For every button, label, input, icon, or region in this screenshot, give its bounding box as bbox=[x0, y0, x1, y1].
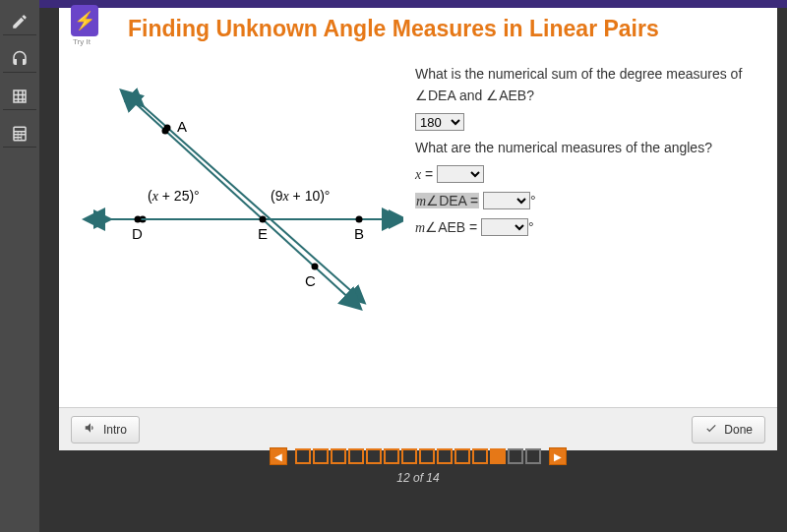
nav-page-14[interactable] bbox=[525, 448, 541, 464]
done-label: Done bbox=[724, 423, 753, 437]
speaker-icon bbox=[84, 421, 97, 438]
question1-text: What is the numerical sum of the degree … bbox=[415, 63, 767, 107]
svg-point-34 bbox=[162, 128, 169, 135]
question2-text: What are the numerical measures of the a… bbox=[415, 137, 767, 158]
nav-next-button[interactable]: ▶ bbox=[549, 447, 567, 465]
nav-page-8[interactable] bbox=[419, 448, 435, 464]
calculator-tool-icon[interactable] bbox=[3, 120, 36, 148]
deg1: ° bbox=[530, 193, 536, 208]
footer-nav: ◀ ▶ 12 of 14 bbox=[59, 447, 777, 485]
check-icon bbox=[704, 421, 718, 438]
deg2: ° bbox=[528, 219, 534, 235]
nav-page-12[interactable] bbox=[490, 448, 506, 464]
page-title: Finding Unknown Angle Measures in Linear… bbox=[128, 16, 659, 42]
nav-page-5[interactable] bbox=[366, 448, 382, 464]
nav-page-7[interactable] bbox=[401, 448, 417, 464]
nav-page-1[interactable] bbox=[295, 448, 311, 464]
done-button[interactable]: Done bbox=[692, 416, 765, 443]
x-equals-label: x bbox=[415, 167, 421, 182]
nav-page-13[interactable] bbox=[508, 448, 523, 464]
nav-page-11[interactable] bbox=[472, 448, 488, 464]
point-label-A: A bbox=[177, 118, 187, 135]
point-label-B: B bbox=[354, 225, 364, 242]
nav-row: ◀ ▶ bbox=[59, 447, 777, 465]
point-label-C: C bbox=[305, 272, 316, 289]
intro-button[interactable]: Intro bbox=[71, 416, 140, 443]
page-indicator: 12 of 14 bbox=[59, 471, 777, 485]
svg-point-38 bbox=[312, 264, 319, 270]
point-label-E: E bbox=[258, 225, 268, 242]
bottom-bar: Intro Done bbox=[59, 407, 777, 450]
dea-select[interactable] bbox=[483, 192, 530, 209]
point-label-D: D bbox=[132, 225, 143, 242]
pencil-tool-icon[interactable] bbox=[3, 8, 36, 35]
top-purple-strip bbox=[39, 0, 787, 8]
grid-tool-icon[interactable] bbox=[3, 83, 36, 110]
aeb-select[interactable] bbox=[481, 218, 528, 236]
tryit-label: Try It bbox=[73, 37, 91, 46]
x-select[interactable] bbox=[437, 165, 484, 183]
maeb-label: m∠AEB = bbox=[415, 219, 477, 235]
nav-page-9[interactable] bbox=[437, 448, 453, 464]
diagram-panel: A D E B C (x + 25)° (9x + 10)° bbox=[59, 57, 413, 411]
nav-page-6[interactable] bbox=[384, 448, 399, 464]
question-panel: What is the numerical sum of the degree … bbox=[413, 57, 777, 411]
intro-label: Intro bbox=[103, 423, 127, 437]
nav-prev-button[interactable]: ◀ bbox=[270, 447, 287, 465]
svg-point-37 bbox=[356, 216, 363, 223]
content-area: ⚡ Try It Finding Unknown Angle Measures … bbox=[59, 8, 777, 450]
svg-point-36 bbox=[260, 216, 267, 223]
nav-page-3[interactable] bbox=[331, 448, 346, 464]
tryit-icon: ⚡ bbox=[71, 5, 98, 36]
mdea-label: m∠DEA = bbox=[415, 193, 479, 208]
svg-point-35 bbox=[135, 216, 142, 223]
nav-page-2[interactable] bbox=[313, 448, 329, 464]
main-body: A D E B C (x + 25)° (9x + 10)° What is t… bbox=[59, 57, 777, 411]
angle2-expression: (9x + 10)° bbox=[271, 188, 330, 205]
angle1-expression: (x + 25)° bbox=[148, 188, 200, 205]
nav-page-4[interactable] bbox=[348, 448, 364, 464]
headphones-tool-icon[interactable] bbox=[3, 45, 36, 73]
left-toolbar bbox=[0, 0, 39, 532]
nav-page-10[interactable] bbox=[454, 448, 470, 464]
sum-select[interactable]: 180 bbox=[415, 113, 464, 131]
